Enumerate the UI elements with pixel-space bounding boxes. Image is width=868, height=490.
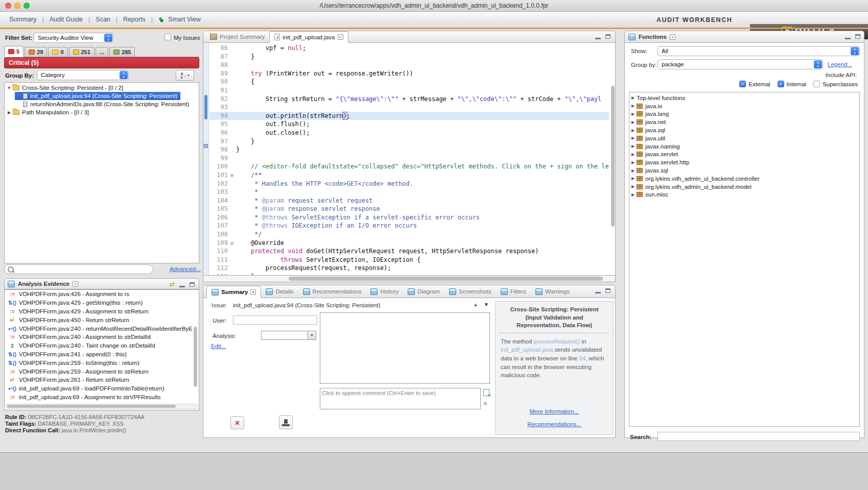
package-row[interactable]: ▶java.sql [629,126,859,134]
minimize-panel-icon[interactable] [845,34,851,39]
code-line[interactable]: 100 // <editor-fold defaultstate="collap… [209,162,609,171]
functions-search-input[interactable] [658,432,860,441]
issue-search-input[interactable] [4,264,153,274]
expand-icon[interactable]: ▶ [629,120,637,125]
issue-row[interactable]: init_pdf_upload.java:94 (Cross-Site Scri… [15,92,180,100]
code-line[interactable]: 111 throws ServletException, IOException… [209,256,609,264]
description-link[interactable]: processRequest() [534,338,580,345]
collapse-icon[interactable]: ▼ [6,86,13,90]
tab-recommendations[interactable]: Recommendations [298,285,366,298]
code-line[interactable]: 102 * Handles the HTTP <code>GET</code> … [209,180,609,188]
evidence-item[interactable]: ±VDHPDFForm.java:240 - Taint change on s… [6,341,193,350]
evidence-item[interactable]: ⇅()VDHPDFForm.java:429 - getString(this … [6,299,193,307]
expand-icon[interactable]: ▶ [629,160,637,165]
trace-route-icon[interactable]: ⇄ [170,281,175,287]
code-editor[interactable]: 86 vpf = null;87 }8889 try (PrintWriter … [203,43,616,275]
tab-diagram[interactable]: Diagram [403,285,444,298]
close-icon[interactable]: × [338,34,343,40]
code-line[interactable]: 94 out.println(strReturn); [209,112,609,120]
previous-issue-icon[interactable]: ▲ [473,302,478,307]
code-line[interactable]: 110 protected void doGet(HttpServletRequ… [209,247,609,256]
code-line[interactable]: 106 * @throws ServletException if a serv… [209,213,609,222]
package-row[interactable]: ▶javax.servlet [629,151,859,159]
package-row[interactable]: ▶java.util [629,134,859,142]
issue-marker-icon[interactable] [204,95,207,119]
stamp-button[interactable] [279,415,293,429]
maximize-panel-icon[interactable] [855,34,860,39]
code-line[interactable]: 112 processRequest(request, response); [209,264,609,273]
package-row[interactable]: ▶java.io [629,102,859,110]
code-line[interactable]: 107 * @throws IOException if an I/O erro… [209,222,609,230]
append-comment-input[interactable] [320,388,481,409]
my-issues-checkbox[interactable] [165,34,171,40]
description-link[interactable]: init_pdf_upload.java [501,347,553,353]
code-line[interactable]: 95 out.flush(); [209,120,609,129]
package-row[interactable]: ▶java.net [629,118,859,126]
menu-item-scan[interactable]: Scan [96,16,110,23]
severity-tab-29[interactable]: 29 [25,47,47,57]
code-line[interactable]: 96 out.close(); [209,129,609,137]
code-line[interactable]: 88 [209,61,609,69]
tab-history[interactable]: History [366,285,403,298]
expand-icon[interactable]: ▶ [629,168,637,173]
comment-history-box[interactable] [320,312,490,384]
tab-summary[interactable]: Summary× [206,286,261,298]
minimize-panel-icon[interactable] [595,34,601,39]
code-line[interactable]: 90 { [209,78,609,86]
severity-tab-251[interactable]: 251 [69,47,95,57]
maximize-panel-icon[interactable] [605,288,611,293]
fold-marker-icon[interactable]: ⊖ [228,239,236,248]
bookmark-icon[interactable] [204,144,208,148]
expand-icon[interactable]: ▶ [629,144,637,149]
sort-button[interactable]: AZ ↓ ▾ [176,70,194,81]
menu-item-reports[interactable]: Reports [123,16,146,23]
editor-horizontal-scrollbar[interactable] [289,277,603,281]
expand-icon[interactable]: ▶ [629,104,637,108]
close-icon[interactable]: × [670,34,675,40]
close-icon[interactable]: × [250,289,256,295]
editor-tab-init-pdf-upload-java[interactable]: init_pdf_upload.java× [269,31,348,43]
recommendations-link[interactable]: Recommendations... [527,421,581,427]
fold-marker-icon[interactable]: ⊖ [228,172,236,180]
clear-comment-icon[interactable]: × [483,400,487,407]
group-by-dropdown[interactable]: Category ▴▾ [37,70,129,80]
evidence-item[interactable]: :=VDHPDFForm.java:429 - Assignment to st… [6,307,193,316]
expand-icon[interactable]: ▶ [629,95,637,100]
analysis-dropdown[interactable]: ▼ [261,331,316,340]
package-row[interactable]: ▶java.lang [629,110,859,118]
code-line[interactable]: 101⊖ /** [209,171,609,180]
code-line[interactable]: 99 [209,154,609,163]
code-line[interactable]: 103 * [209,188,609,197]
code-line[interactable]: 92 String strReturn = "{\"message\":\"" … [209,95,609,104]
evidence-item[interactable]: ↩()init_pdf_upload.java:69 - loadPDFForm… [6,384,193,393]
evidence-item[interactable]: ⇅()VDHPDFForm.java:259 - toString(this :… [6,358,193,367]
evidence-vertical-scrollbar[interactable] [194,327,197,387]
suppress-issue-button[interactable]: × [230,416,244,429]
maximize-panel-icon[interactable] [190,282,195,287]
description-link[interactable]: 94 [579,355,585,361]
editor-vertical-scrollbar[interactable] [611,86,615,227]
show-dropdown[interactable]: All ▴▾ [658,46,860,56]
issue-row[interactable]: returnNonAdminIDs.java:88 (Cross-Site Sc… [15,100,192,108]
evidence-item[interactable]: :=VDHPDFForm.java:259 - Assignment to st… [6,367,193,376]
tab-filters[interactable]: Filters [496,285,531,298]
maximize-panel-icon[interactable] [605,34,611,39]
expand-icon[interactable]: ▶ [6,110,13,115]
evidence-item[interactable]: ↵VDHPDFForm.java:261 - Return strReturn [6,376,193,384]
severity-tab-0[interactable]: 0 [48,47,67,57]
evidence-item[interactable]: ⇅()VDHPDFForm.java:241 - append(0 : this… [6,350,193,359]
code-line[interactable]: 93 [209,103,609,112]
menu-item-summary[interactable]: Summary [9,16,36,23]
code-line[interactable]: 87 } [209,53,609,61]
code-line[interactable]: 98} [209,145,609,154]
package-row[interactable]: ▶javax.naming [629,142,859,151]
minimize-panel-icon[interactable] [179,282,185,287]
close-icon[interactable]: × [73,281,78,287]
package-row[interactable]: ▶org.lykins.vdh_admin_ui_backend.control… [629,175,859,183]
severity-tab-285[interactable]: 285 [109,47,135,57]
legend-link[interactable]: Legend... [828,61,852,67]
more-information-link[interactable]: More Information... [530,408,579,414]
next-issue-icon[interactable]: ▼ [484,302,489,307]
package-row[interactable]: ▶Top-level functions [629,94,859,102]
menu-item-audit-guide[interactable]: Audit Guide [50,16,83,23]
